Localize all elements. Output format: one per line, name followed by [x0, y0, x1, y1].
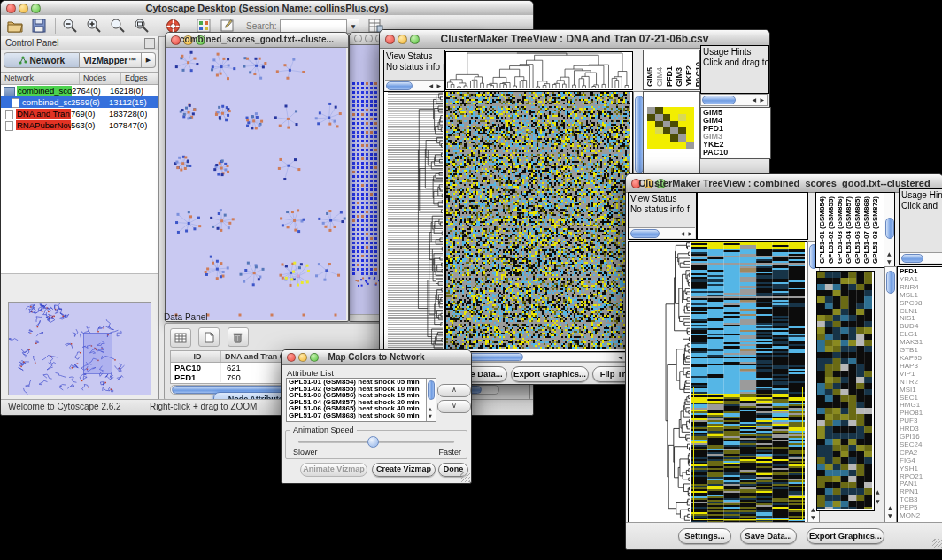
scroll-down-icon[interactable]: ▼ — [888, 512, 892, 519]
scrollbar-thumb[interactable] — [630, 229, 660, 238]
scroll-right-icon[interactable]: ▶ — [760, 96, 764, 104]
scrollbar-thumb[interactable] — [428, 380, 435, 400]
scroll-right-icon[interactable]: ▶ — [688, 230, 692, 237]
matrix-cell[interactable] — [655, 114, 663, 121]
genelist-vscrollbar[interactable]: ▲ ▼ — [884, 266, 897, 523]
usage-hints-scrollbar[interactable]: ◀ ▶ — [700, 94, 768, 106]
main-title-bar[interactable]: Cytoscape Desktop (Session Name: collins… — [1, 1, 533, 16]
gene-label[interactable]: MON2 — [900, 512, 942, 520]
zoom-selected-icon[interactable] — [109, 18, 127, 35]
slider-thumb[interactable] — [367, 436, 379, 448]
row-dendrogram-pane[interactable] — [628, 241, 692, 525]
close-icon[interactable] — [354, 35, 362, 42]
open-file-icon[interactable] — [6, 18, 24, 35]
resize-grip[interactable] — [460, 472, 470, 482]
view-status-scrollbar[interactable]: ◀ ▶ — [385, 80, 444, 90]
id-column-header[interactable]: ID — [171, 351, 221, 362]
matrix-cell[interactable] — [670, 142, 678, 149]
scroll-left-icon[interactable]: ◀ — [618, 354, 622, 361]
scroll-up-icon[interactable]: ▲ — [887, 250, 892, 257]
column-label[interactable]: GIM4 — [655, 67, 664, 87]
network-window-1-title-bar[interactable]: combined_scores_good.txt--cluste... — [166, 33, 348, 48]
matrix-cell[interactable] — [655, 121, 663, 128]
column-label[interactable]: GPL51-02 (GSM855) — [827, 196, 835, 264]
matrix-cell[interactable] — [686, 127, 694, 134]
matrix-cell[interactable] — [663, 107, 671, 114]
column-label[interactable]: GIM5 — [645, 67, 654, 87]
column-label[interactable]: GPL51-03 (GSM856) — [836, 196, 844, 264]
attribute-select-icon[interactable] — [170, 328, 191, 348]
birdseye-canvas[interactable] — [8, 302, 151, 395]
minimize-icon[interactable] — [365, 35, 373, 42]
column-label[interactable]: GIM3 — [675, 67, 683, 87]
matrix-cell[interactable] — [686, 134, 694, 142]
scroll-left-icon[interactable]: ◀ — [429, 82, 433, 89]
column-label[interactable]: GPL51-07 (GSM868) — [862, 196, 870, 264]
column-label[interactable]: GPL51-01 (GSM854) — [818, 196, 826, 264]
scrollbar-thumb[interactable] — [901, 254, 923, 263]
new-attribute-icon[interactable] — [198, 327, 220, 347]
column-label[interactable]: GPL51-04 (GSM857) — [845, 196, 853, 264]
scroll-down-icon[interactable]: ▼ — [811, 514, 815, 521]
scroll-right-icon[interactable]: ▶ — [436, 82, 441, 89]
scroll-down-icon[interactable]: ▼ — [429, 412, 432, 419]
matrix-cell[interactable] — [663, 114, 671, 121]
save-icon[interactable] — [30, 18, 48, 35]
scrollbar-thumb[interactable] — [386, 81, 413, 90]
matrix-cell[interactable] — [686, 114, 694, 121]
matrix-cell[interactable] — [647, 114, 655, 121]
column-label[interactable]: GPL51-08 (GSM872) — [871, 196, 879, 264]
zoom-out-icon[interactable] — [61, 18, 79, 35]
search-input[interactable] — [280, 19, 347, 33]
labels-vscrollbar[interactable]: ▲ ▼ — [884, 193, 894, 267]
list-vscrollbar[interactable]: ▲ ▼ — [426, 379, 436, 421]
matrix-cell[interactable] — [655, 134, 663, 142]
matrix-cell[interactable] — [686, 142, 694, 149]
matrix-cell[interactable] — [655, 127, 663, 134]
treeview-combined-title-bar[interactable]: ClusterMaker TreeView : combined_scores_… — [626, 174, 942, 193]
float-panel-icon[interactable] — [144, 38, 155, 49]
matrix-cell[interactable] — [647, 127, 655, 134]
delete-attribute-icon[interactable] — [228, 327, 249, 347]
tab-vizmapper[interactable]: VizMapper™ — [80, 52, 143, 68]
matrix-cell[interactable] — [670, 121, 678, 128]
correlation-matrix[interactable] — [647, 107, 694, 149]
animate-vizmap-button[interactable]: Animate Vizmap — [300, 463, 367, 477]
column-dendrogram-pane[interactable] — [697, 192, 808, 240]
column-label[interactable]: YKE2 — [684, 65, 693, 87]
column-label[interactable]: PAC10 — [694, 62, 700, 87]
scrollbar-thumb[interactable] — [702, 96, 736, 104]
scroll-down-icon[interactable]: ▼ — [876, 498, 880, 505]
matrix-cell[interactable] — [678, 107, 686, 114]
column-header-edges[interactable]: Edges — [121, 73, 158, 84]
matrix-cell[interactable] — [678, 114, 686, 121]
matrix-cell[interactable] — [655, 107, 663, 114]
network-tree-row[interactable]: combined_sco2569(6)13112(15) — [1, 96, 158, 108]
search-dropdown-icon[interactable]: ▼ — [347, 19, 359, 34]
detail-heatmap-pane[interactable] — [816, 271, 875, 511]
network-tree-row[interactable]: RNAPuberNov2+563(0)107847(0) — [1, 119, 158, 131]
tv2-detail-heatmap[interactable] — [817, 272, 872, 509]
network-tree-row[interactable]: combined_scores2764(0)16218(0) — [1, 85, 158, 96]
column-label[interactable]: PFD1 — [665, 66, 674, 87]
gene-label[interactable]: PAC10 — [703, 149, 770, 157]
save-data-button[interactable]: Save Data... — [740, 528, 797, 544]
matrix-cell[interactable] — [670, 127, 678, 134]
matrix-cell[interactable] — [686, 121, 694, 128]
scroll-left-icon[interactable]: ◀ — [680, 230, 684, 237]
tv1-row-dendrogram[interactable] — [384, 92, 443, 349]
heatmap-pane[interactable] — [445, 91, 633, 352]
scroll-down-icon[interactable]: ▼ — [887, 258, 892, 265]
matrix-cell[interactable] — [663, 134, 671, 142]
move-up-button[interactable]: ∧ — [437, 384, 471, 397]
matrix-cell[interactable] — [663, 142, 671, 149]
usage-hints-scrollbar[interactable] — [900, 252, 942, 263]
matrix-cell[interactable] — [647, 121, 655, 128]
column-header-network[interactable]: Network — [1, 73, 80, 84]
matrix-cell[interactable] — [647, 142, 655, 149]
attribute-item[interactable]: GPL51-07 (GSM868) heat shock 60 min — [287, 412, 436, 419]
column-header-nodes[interactable]: Nodes — [80, 73, 121, 84]
resize-grip[interactable] — [932, 539, 942, 548]
create-vizmap-button[interactable]: Create Vizmap — [372, 463, 436, 477]
matrix-cell[interactable] — [678, 127, 686, 134]
